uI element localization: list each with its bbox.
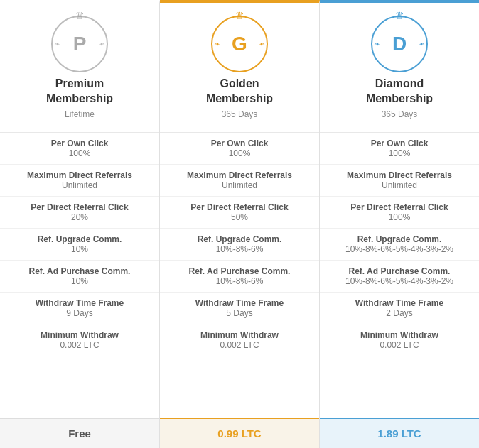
feature-label-golden-4: Ref. Ad Purchase Comm. bbox=[167, 266, 312, 276]
badge-area-golden: ♛❧G❧GoldenMembership365 Days bbox=[199, 3, 280, 132]
laurel-left-golden: ❧ bbox=[214, 40, 220, 49]
plan-col-diamond: ♛❧D❧DiamondMembership365 DaysPer Own Cli… bbox=[320, 0, 479, 448]
plan-duration-premium: Lifetime bbox=[65, 109, 95, 119]
price-button-diamond[interactable]: 1.89 LTC bbox=[320, 418, 479, 448]
feature-row-premium-3: Ref. Upgrade Comm.10% bbox=[0, 229, 159, 261]
feature-label-golden-3: Ref. Upgrade Comm. bbox=[167, 234, 312, 244]
feature-value-diamond-6: 0.002 LTC bbox=[327, 340, 472, 350]
feature-row-premium-4: Ref. Ad Purchase Comm.10% bbox=[0, 261, 159, 293]
feature-value-golden-2: 50% bbox=[167, 212, 312, 222]
feature-row-golden-6: Minimum Withdraw0.002 LTC bbox=[160, 324, 319, 356]
plan-duration-golden: 365 Days bbox=[222, 109, 258, 119]
price-button-golden[interactable]: 0.99 LTC bbox=[160, 418, 319, 448]
feature-value-premium-4: 10% bbox=[7, 276, 152, 286]
feature-label-premium-1: Maximum Direct Referrals bbox=[7, 170, 152, 180]
crown-icon-diamond: ♛ bbox=[395, 10, 404, 21]
feature-value-golden-3: 10%-8%-6% bbox=[167, 244, 312, 254]
feature-label-diamond-5: Withdraw Time Frame bbox=[327, 298, 472, 308]
plan-duration-diamond: 365 Days bbox=[382, 109, 418, 119]
laurel-left-diamond: ❧ bbox=[374, 40, 380, 49]
feature-value-premium-1: Unlimited bbox=[7, 180, 152, 190]
feature-value-premium-2: 20% bbox=[7, 212, 152, 222]
plan-col-golden: ♛❧G❧GoldenMembership365 DaysPer Own Clic… bbox=[160, 0, 320, 448]
feature-row-diamond-2: Per Direct Referral Click100% bbox=[320, 197, 479, 229]
crown-icon-golden: ♛ bbox=[235, 10, 244, 21]
feature-value-premium-3: 10% bbox=[7, 244, 152, 254]
feature-label-diamond-3: Ref. Upgrade Comm. bbox=[327, 234, 472, 244]
badge-circle-golden: ♛❧G❧ bbox=[211, 16, 268, 72]
feature-value-diamond-5: 2 Days bbox=[327, 308, 472, 318]
feature-row-diamond-1: Maximum Direct ReferralsUnlimited bbox=[320, 165, 479, 197]
feature-row-premium-1: Maximum Direct ReferralsUnlimited bbox=[0, 165, 159, 197]
crown-icon-premium: ♛ bbox=[75, 10, 85, 21]
feature-value-premium-5: 9 Days bbox=[7, 308, 152, 318]
feature-label-premium-0: Per Own Click bbox=[7, 138, 152, 148]
laurel-right-golden: ❧ bbox=[259, 40, 265, 49]
feature-label-golden-1: Maximum Direct Referrals bbox=[167, 170, 312, 180]
feature-label-premium-4: Ref. Ad Purchase Comm. bbox=[7, 266, 152, 276]
feature-value-diamond-0: 100% bbox=[327, 148, 472, 158]
feature-value-premium-0: 100% bbox=[7, 148, 152, 158]
badge-area-premium: ♛❧P❧PremiumMembershipLifetime bbox=[39, 3, 120, 132]
feature-label-premium-5: Withdraw Time Frame bbox=[7, 298, 152, 308]
price-button-premium[interactable]: Free bbox=[0, 418, 159, 448]
feature-value-diamond-2: 100% bbox=[327, 212, 472, 222]
feature-label-golden-0: Per Own Click bbox=[167, 138, 312, 148]
feature-row-golden-4: Ref. Ad Purchase Comm.10%-8%-6% bbox=[160, 261, 319, 293]
feature-row-golden-5: Withdraw Time Frame5 Days bbox=[160, 293, 319, 324]
feature-row-diamond-5: Withdraw Time Frame2 Days bbox=[320, 293, 479, 324]
badge-area-diamond: ♛❧D❧DiamondMembership365 Days bbox=[359, 3, 440, 132]
badge-letter-golden: G bbox=[232, 33, 247, 55]
feature-label-diamond-4: Ref. Ad Purchase Comm. bbox=[327, 266, 472, 276]
feature-row-golden-3: Ref. Upgrade Comm.10%-8%-6% bbox=[160, 229, 319, 261]
feature-row-golden-2: Per Direct Referral Click50% bbox=[160, 197, 319, 229]
pricing-table: ♛❧P❧PremiumMembershipLifetimePer Own Cli… bbox=[0, 0, 479, 448]
feature-value-golden-4: 10%-8%-6% bbox=[167, 276, 312, 286]
laurel-right-premium: ❧ bbox=[99, 40, 105, 49]
feature-label-premium-6: Minimum Withdraw bbox=[7, 330, 152, 340]
plan-name-golden: GoldenMembership bbox=[206, 77, 273, 106]
feature-row-premium-5: Withdraw Time Frame9 Days bbox=[0, 293, 159, 324]
feature-row-premium-6: Minimum Withdraw0.002 LTC bbox=[0, 324, 159, 356]
feature-row-golden-0: Per Own Click100% bbox=[160, 133, 319, 165]
plan-name-diamond: DiamondMembership bbox=[366, 77, 433, 106]
laurel-left-premium: ❧ bbox=[54, 40, 60, 49]
feature-row-premium-0: Per Own Click100% bbox=[0, 133, 159, 165]
feature-label-golden-2: Per Direct Referral Click bbox=[167, 202, 312, 212]
feature-label-golden-5: Withdraw Time Frame bbox=[167, 298, 312, 308]
badge-circle-premium: ♛❧P❧ bbox=[51, 16, 108, 72]
feature-row-premium-2: Per Direct Referral Click20% bbox=[0, 197, 159, 229]
feature-row-golden-1: Maximum Direct ReferralsUnlimited bbox=[160, 165, 319, 197]
feature-row-diamond-3: Ref. Upgrade Comm.10%-8%-6%-5%-4%-3%-2% bbox=[320, 229, 479, 261]
feature-label-diamond-2: Per Direct Referral Click bbox=[327, 202, 472, 212]
feature-value-diamond-3: 10%-8%-6%-5%-4%-3%-2% bbox=[327, 244, 472, 254]
laurel-right-diamond: ❧ bbox=[419, 40, 425, 49]
plan-name-premium: PremiumMembership bbox=[46, 77, 113, 106]
feature-value-diamond-4: 10%-8%-6%-5%-4%-3%-2% bbox=[327, 276, 472, 286]
feature-label-diamond-1: Maximum Direct Referrals bbox=[327, 170, 472, 180]
feature-label-diamond-0: Per Own Click bbox=[327, 138, 472, 148]
feature-value-golden-1: Unlimited bbox=[167, 180, 312, 190]
feature-row-diamond-6: Minimum Withdraw0.002 LTC bbox=[320, 324, 479, 356]
feature-value-diamond-1: Unlimited bbox=[327, 180, 472, 190]
badge-circle-diamond: ♛❧D❧ bbox=[371, 16, 428, 72]
feature-row-diamond-4: Ref. Ad Purchase Comm.10%-8%-6%-5%-4%-3%… bbox=[320, 261, 479, 293]
plan-col-premium: ♛❧P❧PremiumMembershipLifetimePer Own Cli… bbox=[0, 0, 160, 448]
badge-letter-premium: P bbox=[73, 33, 87, 55]
feature-value-premium-6: 0.002 LTC bbox=[7, 340, 152, 350]
feature-label-premium-3: Ref. Upgrade Comm. bbox=[7, 234, 152, 244]
feature-label-diamond-6: Minimum Withdraw bbox=[327, 330, 472, 340]
feature-label-golden-6: Minimum Withdraw bbox=[167, 330, 312, 340]
feature-label-premium-2: Per Direct Referral Click bbox=[7, 202, 152, 212]
feature-value-golden-5: 5 Days bbox=[167, 308, 312, 318]
feature-row-diamond-0: Per Own Click100% bbox=[320, 133, 479, 165]
feature-value-golden-6: 0.002 LTC bbox=[167, 340, 312, 350]
feature-value-golden-0: 100% bbox=[167, 148, 312, 158]
badge-letter-diamond: D bbox=[392, 33, 407, 55]
